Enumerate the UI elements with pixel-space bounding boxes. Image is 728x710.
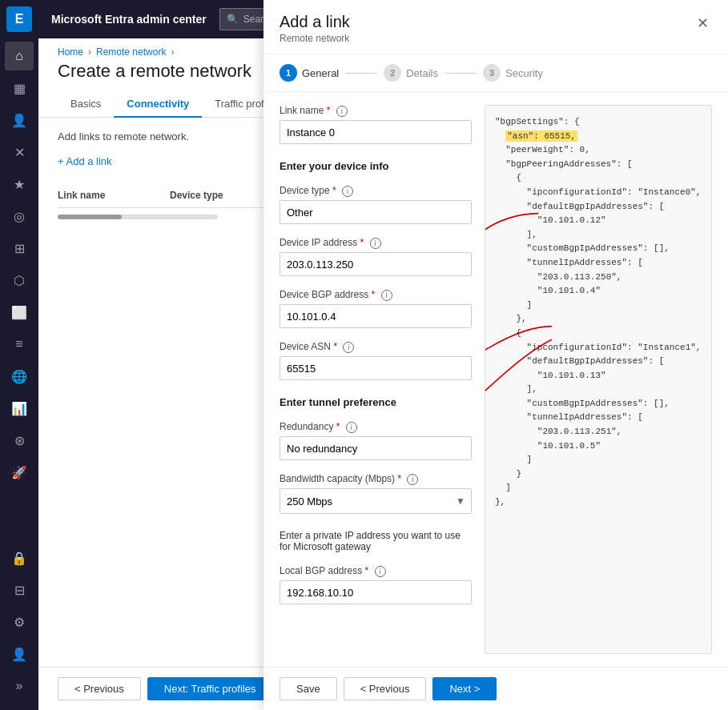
code-panel: "bgpSettings": { "asn": 65515, "peerWeig… [485, 105, 712, 654]
col-link-name: Link name [58, 190, 170, 201]
step-label-3: Security [505, 67, 543, 79]
device-bgp-info-icon[interactable]: i [381, 290, 392, 301]
sidebar-item-settings[interactable]: ⚙ [5, 608, 34, 636]
app-logo: E [6, 6, 32, 32]
sidebar-item-devices[interactable]: ⬜ [5, 298, 34, 327]
device-type-label: Device type * i [280, 185, 472, 197]
step-num-2: 2 [384, 64, 401, 82]
sidebar-item-security[interactable]: ✕ [5, 138, 34, 166]
tab-basics[interactable]: Basics [58, 91, 114, 118]
overlay-panel: Add a link Remote network ✕ 1 General 2 … [263, 0, 728, 710]
device-type-field: Device type * i [280, 185, 472, 224]
device-ip-input[interactable] [280, 252, 472, 276]
search-icon: 🔍 [227, 14, 239, 25]
step-num-1: 1 [280, 64, 297, 82]
breadcrumb-sep1: › [88, 46, 91, 58]
form-section: Link name * i Enter your device info Dev… [280, 105, 472, 654]
redundancy-label: Redundancy * i [280, 421, 472, 433]
sidebar: E ⌂ ▦ 👤 ✕ ★ ◎ ⊞ ⬡ ⬜ ≡ 🌐 📊 ⊛ 🚀 🔒 ⊟ ⚙ 👤 » [0, 0, 38, 710]
bandwidth-info-icon[interactable]: i [407, 474, 418, 485]
sidebar-item-lock[interactable]: 🔒 [5, 544, 34, 572]
step-details: 2 Details [384, 64, 438, 82]
bandwidth-field: Bandwidth capacity (Mbps) * i 250 Mbps 5… [280, 473, 472, 514]
next-traffic-button[interactable]: Next: Traffic profiles [147, 677, 273, 700]
breadcrumb-home[interactable]: Home [58, 46, 83, 58]
step-security: 3 Security [483, 64, 543, 82]
overlay-save-button[interactable]: Save [280, 677, 337, 700]
sidebar-item-expand[interactable]: » [5, 672, 34, 700]
step-label-2: Details [406, 67, 438, 79]
gateway-heading: Enter a private IP address you want to u… [280, 530, 472, 552]
overlay-header: Add a link Remote network ✕ [263, 0, 728, 54]
device-bgp-field: Device BGP address * i [280, 289, 472, 328]
scroll-track [58, 215, 218, 219]
sidebar-item-table[interactable]: ⊟ [5, 576, 34, 604]
sidebar-item-groups[interactable]: ⊞ [5, 234, 34, 263]
link-name-field: Link name * i [280, 105, 472, 144]
code-content: "bgpSettings": { "asn": 65515, "peerWeig… [495, 115, 702, 510]
sidebar-item-learn[interactable]: 🚀 [5, 458, 34, 487]
step-sep-2 [444, 73, 477, 74]
link-name-input[interactable] [280, 120, 472, 144]
overlay-title: Add a link [280, 13, 350, 31]
breadcrumb-sep2: › [171, 46, 174, 58]
device-asn-input[interactable] [280, 356, 472, 380]
redundancy-info-icon[interactable]: i [346, 422, 357, 433]
step-label-1: General [302, 67, 339, 79]
bandwidth-select-wrapper: 250 Mbps 500 Mbps 750 Mbps 1 Gbps ▼ [280, 488, 472, 514]
device-info-heading: Enter your device info [280, 160, 472, 172]
sidebar-item-profile[interactable]: 👤 [5, 640, 34, 668]
tunnel-heading: Enter tunnel preference [280, 396, 472, 408]
link-name-info-icon[interactable]: i [336, 106, 348, 117]
tab-connectivity[interactable]: Connectivity [114, 91, 202, 118]
sidebar-item-monitoring[interactable]: 📊 [5, 394, 34, 423]
bandwidth-select[interactable]: 250 Mbps 500 Mbps 750 Mbps 1 Gbps [280, 488, 472, 514]
local-bgp-info-icon[interactable]: i [375, 566, 386, 577]
sidebar-item-lifecycle[interactable]: ⊛ [5, 426, 34, 455]
step-num-3: 3 [483, 64, 501, 82]
device-asn-info-icon[interactable]: i [343, 342, 354, 353]
device-ip-label: Device IP address * i [280, 237, 472, 249]
sidebar-item-network[interactable]: 🌐 [5, 362, 34, 391]
device-bgp-label: Device BGP address * i [280, 289, 472, 301]
sidebar-item-apps[interactable]: ⬡ [5, 266, 34, 295]
sidebar-item-reports[interactable]: ≡ [5, 330, 34, 359]
sidebar-item-home[interactable]: ⌂ [5, 42, 34, 70]
device-bgp-input[interactable] [280, 304, 472, 328]
app-title: Microsoft Entra admin center [51, 13, 207, 26]
overlay-subtitle: Remote network [280, 33, 350, 44]
local-bgp-label: Local BGP address * i [280, 565, 472, 577]
asn-highlight: "asn": 65515, [505, 130, 577, 142]
local-bgp-field: Local BGP address * i [280, 565, 472, 604]
overlay-prev-button[interactable]: < Previous [344, 677, 427, 700]
prev-button[interactable]: < Previous [58, 677, 141, 700]
device-asn-label: Device ASN * i [280, 341, 472, 353]
local-bgp-input[interactable] [280, 580, 472, 604]
device-type-info-icon[interactable]: i [342, 186, 353, 197]
scroll-thumb[interactable] [58, 215, 122, 219]
device-ip-info-icon[interactable]: i [370, 238, 381, 249]
stepper: 1 General 2 Details 3 Security [263, 54, 728, 92]
sidebar-item-dashboard[interactable]: ▦ [5, 74, 34, 102]
sidebar-item-favorites[interactable]: ★ [5, 170, 34, 199]
redundancy-input[interactable] [280, 436, 472, 460]
overlay-body: Link name * i Enter your device info Dev… [263, 92, 728, 667]
sidebar-item-identity[interactable]: ◎ [5, 202, 34, 231]
sidebar-item-users[interactable]: 👤 [5, 106, 34, 134]
close-button[interactable]: ✕ [694, 13, 712, 34]
device-type-input[interactable] [280, 200, 472, 224]
step-sep-1 [345, 73, 377, 74]
overlay-footer: Save < Previous Next > [263, 667, 728, 710]
device-ip-field: Device IP address * i [280, 237, 472, 276]
breadcrumb-remote-network[interactable]: Remote network [96, 46, 166, 58]
device-asn-field: Device ASN * i [280, 341, 472, 380]
bandwidth-label: Bandwidth capacity (Mbps) * i [280, 473, 472, 485]
step-general: 1 General [280, 64, 339, 82]
redundancy-field: Redundancy * i [280, 421, 472, 460]
overlay-next-button[interactable]: Next > [432, 677, 497, 700]
link-name-label: Link name * i [280, 105, 472, 117]
